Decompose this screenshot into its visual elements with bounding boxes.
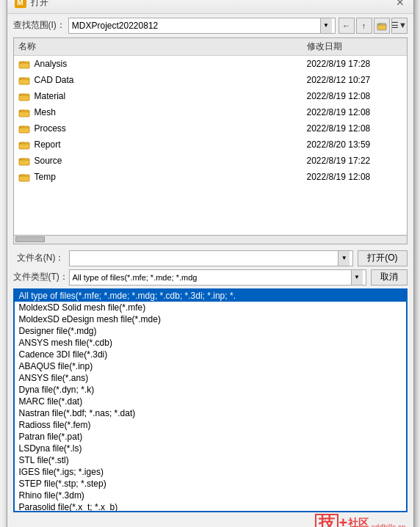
file-list-item[interactable]: Report 2022/8/20 13:59 [14,137,407,153]
file-item-name: Material [35,91,303,101]
dropdown-item[interactable]: ABAQUS file(*.inp) [15,360,406,372]
filetype-value: All type of files(*.mfe; *.mde; *.mdg [73,273,351,282]
horizontal-scrollbar[interactable] [13,236,408,244]
dropdown-item[interactable]: Dyna file(*.dyn; *.k) [15,384,406,396]
file-item-date: 2022/8/19 17:28 [307,59,402,69]
filetype-row: 文件类型(T)： All type of files(*.mfe; *.mde;… [13,269,408,286]
dropdown-item[interactable]: Nastran file(*.bdf; *.nas; *.dat) [15,407,406,419]
new-folder-button[interactable] [374,18,390,34]
file-list-body: Analysis 2022/8/19 17:28 CAD Data 2022/8… [14,56,407,185]
folder-icon [18,106,30,118]
dropdown-item[interactable]: Designer file(*.mdg) [15,325,406,337]
folder-icon [18,123,30,134]
file-item-name: CAD Data [35,75,303,85]
dropdown-item[interactable]: Radioss file(*.fem) [15,419,406,431]
dropdown-item[interactable]: MARC file(*.dat) [15,396,406,407]
scrollbar-thumb[interactable] [15,236,45,242]
folder-icon [18,90,30,102]
dropdown-item[interactable]: Parasolid file(*.x_t; *.x_b) [15,501,406,512]
dropdown-item[interactable]: STL file(*.stl) [15,454,406,466]
back-button[interactable]: ← [338,18,355,34]
dropdown-item[interactable]: All type of files(*.mfe; *.mde; *.mdg; *… [15,290,406,302]
app-icon: M [15,0,26,8]
file-item-name: Temp [35,172,303,182]
file-item-date: 2022/8/19 12:08 [307,91,402,101]
file-item-date: 2022/8/19 12:08 [307,123,402,134]
watermark-text: 社区 [348,517,369,528]
toolbar-row: 查找范围(I)： MDXProject20220812 ▼ ← ↑ ☰▼ [7,14,413,37]
dialog-title: 打开 [31,0,48,9]
file-item-date: 2022/8/19 12:08 [307,107,402,117]
close-button[interactable]: ✕ [394,0,406,8]
filetype-dropdown-arrow[interactable]: ▼ [351,270,363,285]
file-list-item[interactable]: Material 2022/8/19 12:08 [14,88,407,104]
filename-dropdown-arrow[interactable]: ▼ [338,251,350,266]
file-item-date: 2022/8/19 17:22 [307,156,402,166]
file-item-date: 2022/8/12 10:27 [307,75,402,85]
cancel-button[interactable]: 取消 [371,269,408,286]
dropdown-item[interactable]: MoldexSD Solid mesh file(*.mfe) [15,302,406,313]
path-dropdown-arrow[interactable]: ▼ [320,18,332,33]
filetype-input[interactable]: All type of files(*.mfe; *.mde; *.mdg ▼ [69,269,366,286]
file-list-item[interactable]: CAD Data 2022/8/12 10:27 [14,72,407,88]
dropdown-item[interactable]: Patran file(*.pat) [15,431,406,443]
file-list-item[interactable]: Analysis 2022/8/19 17:28 [14,56,407,72]
folder-icon [18,139,30,150]
file-item-name: Report [35,139,303,150]
filename-input[interactable]: ▼ [69,250,354,266]
file-list-item[interactable]: Source 2022/8/19 17:22 [14,153,407,169]
view-button[interactable]: ☰▼ [391,18,408,34]
file-item-name: Source [35,156,303,166]
dropdown-body: All type of files(*.mfe; *.mde; *.mdg; *… [15,290,406,512]
folder-icon [18,58,30,70]
dropdown-item[interactable]: Rhino file(*.3dm) [15,490,406,501]
dropdown-item[interactable]: MoldexSD eDesign mesh file(*.mde) [15,313,406,325]
file-item-name: Mesh [35,107,303,117]
watermark-icon: 技 [315,514,338,528]
watermark-plus: + [339,515,348,527]
title-bar: M 打开 ✕ [7,0,413,14]
dropdown-item[interactable]: ANSYS file(*.ans) [15,372,406,384]
filetype-label: 文件类型(T)： [13,271,65,283]
file-item-name: Process [35,123,303,134]
file-list-item[interactable]: Process 2022/8/19 12:08 [14,120,407,137]
dropdown-item[interactable]: STEP file(*.stp; *.step) [15,478,406,490]
dropdown-item[interactable]: IGES file(*.igs; *.iges) [15,466,406,478]
file-item-date: 2022/8/19 12:08 [307,172,402,182]
look-in-label: 查找范围(I)： [13,19,65,32]
bottom-form: 文件名(N)： ▼ 打开(O) 文件类型(T)： All type of fil… [7,247,413,288]
file-list-item[interactable]: Mesh 2022/8/19 12:08 [14,104,407,120]
folder-icon [18,74,30,86]
folder-icon [18,155,30,167]
path-value: MDXProject20220812 [72,21,320,31]
file-list-item[interactable]: Temp 2022/8/19 12:08 [14,169,407,185]
file-item-name: Analysis [35,59,303,69]
up-button[interactable]: ↑ [356,18,372,34]
file-list-header: 名称 修改日期 [14,38,407,56]
watermark-domain: addhills.cn [371,523,405,528]
filename-row: 文件名(N)： ▼ 打开(O) [13,250,408,266]
folder-icon [18,171,30,183]
dropdown-item[interactable]: ANSYS mesh file(*.cdb) [15,337,406,349]
open-button[interactable]: 打开(O) [358,250,407,266]
filename-label: 文件名(N)： [13,252,65,264]
file-list-area[interactable]: 名称 修改日期 Analysis 2022/8/19 17:28 CAD Dat… [13,37,408,236]
filetype-dropdown-list[interactable]: All type of files(*.mfe; *.mde; *.mdg; *… [13,288,408,512]
col-name-header: 名称 [18,40,307,53]
dropdown-item[interactable]: Cadence 3DI file(*.3di) [15,349,406,360]
dropdown-item[interactable]: LSDyna file(*.ls) [15,443,406,454]
file-item-date: 2022/8/20 13:59 [307,139,402,150]
path-combobox[interactable]: MDXProject20220812 ▼ [68,18,336,34]
watermark: 技 + 社区 addhills.cn [315,514,406,528]
col-date-header: 修改日期 [307,40,402,53]
